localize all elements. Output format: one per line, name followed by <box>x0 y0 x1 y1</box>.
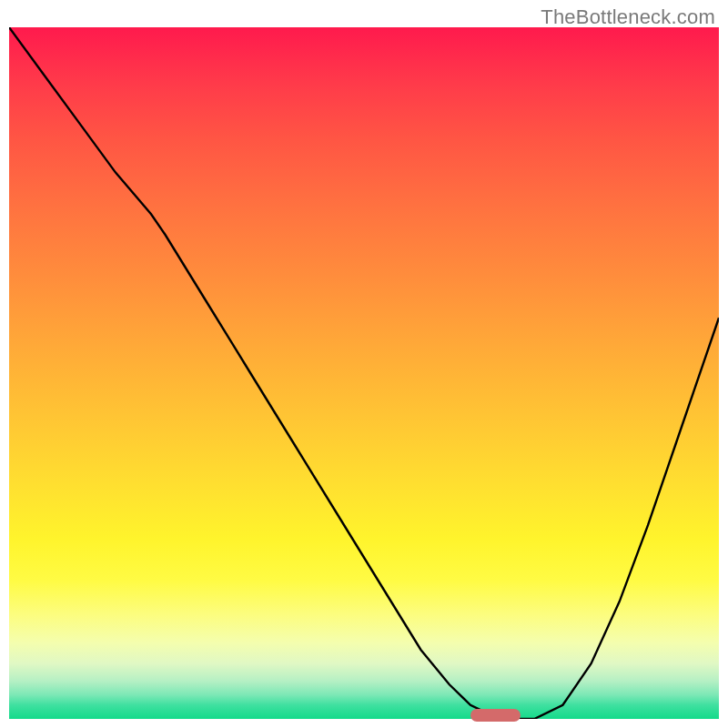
chart-container: TheBottleneck.com <box>0 0 728 728</box>
bottleneck-curve <box>9 27 719 719</box>
optimal-range-marker <box>470 709 521 722</box>
curve-layer <box>9 27 719 719</box>
watermark-text: TheBottleneck.com <box>541 5 715 29</box>
